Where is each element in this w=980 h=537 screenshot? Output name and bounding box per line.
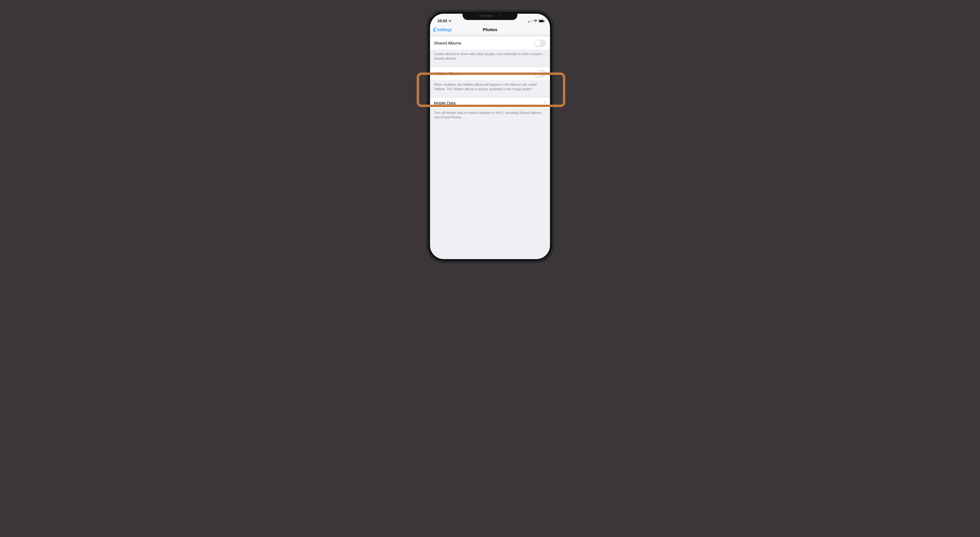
cellular-signal-icon xyxy=(528,20,532,22)
phone-bezel: 10:23 xyxy=(428,12,552,261)
mobile-data-row[interactable]: Mobile Data xyxy=(430,97,550,109)
canvas: 10:23 xyxy=(337,0,643,153)
status-time: 10:23 xyxy=(438,19,447,23)
notch xyxy=(463,12,517,20)
status-left: 10:23 xyxy=(438,19,452,23)
phone-frame: 10:23 xyxy=(425,9,555,264)
shared-albums-footer: Create albums to share with other people… xyxy=(430,50,550,64)
hidden-album-toggle[interactable] xyxy=(534,70,546,77)
front-camera xyxy=(499,15,501,17)
settings-content: Shared Albums Create albums to share wit… xyxy=(430,35,550,123)
battery-icon xyxy=(539,20,544,22)
chevron-right-icon xyxy=(544,101,546,105)
screen: 10:23 xyxy=(430,14,550,259)
silence-switch xyxy=(424,41,425,48)
shared-albums-toggle[interactable] xyxy=(534,40,546,47)
location-arrow-icon xyxy=(448,19,452,22)
wifi-icon xyxy=(533,20,538,22)
hidden-album-label: Hidden Album xyxy=(434,71,459,76)
earpiece-speaker xyxy=(479,15,493,17)
volume-down-button xyxy=(424,71,425,85)
volume-up-button xyxy=(424,54,425,67)
shared-albums-row[interactable]: Shared Albums xyxy=(430,36,550,50)
status-right xyxy=(528,20,544,22)
navigation-bar: Settings Photos xyxy=(430,25,550,35)
hidden-album-footer: When enabled, the Hidden album will appe… xyxy=(430,81,550,95)
hidden-album-row[interactable]: Hidden Album xyxy=(430,67,550,81)
back-label: Settings xyxy=(436,27,452,32)
power-button xyxy=(555,58,556,79)
shared-albums-label: Shared Albums xyxy=(434,41,461,46)
back-button[interactable]: Settings xyxy=(433,27,452,32)
mobile-data-footer: Turn off mobile data to restrict updates… xyxy=(430,109,550,123)
mobile-data-label: Mobile Data xyxy=(434,101,455,105)
